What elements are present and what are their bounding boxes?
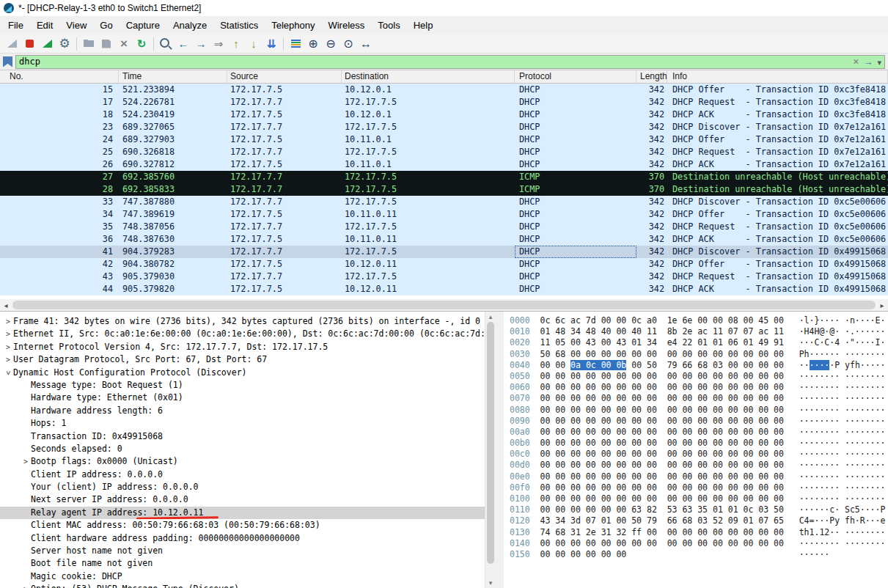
detail-row[interactable]: Boot file name not given <box>0 557 485 570</box>
menu-edit[interactable]: Edit <box>30 18 59 33</box>
packet-row-28[interactable]: 28692.385833172.17.7.7172.17.7.5ICMP370D… <box>0 183 888 196</box>
detail-row[interactable]: >Dynamic Host Configuration Protocol (Di… <box>0 367 485 379</box>
detail-row[interactable]: >Option: (53) DHCP Message Type (Discove… <box>0 583 485 588</box>
scroll-right-arrow-icon[interactable] <box>876 299 888 311</box>
packet-row-23[interactable]: 23689.327065172.17.7.7172.17.7.5DHCP342D… <box>0 121 888 133</box>
detail-row[interactable]: Transaction ID: 0x49915068 <box>0 430 485 443</box>
menu-statistics[interactable]: Statistics <box>213 18 265 33</box>
menu-capture[interactable]: Capture <box>120 18 166 33</box>
packet-row-15[interactable]: 15521.233894172.17.7.510.12.0.1DHCP342DH… <box>0 84 888 96</box>
hex-row-0110[interactable]: 0110 00 00 00 00 00 00 63 82 53 63 35 01… <box>510 504 888 515</box>
detail-row[interactable]: Magic cookie: DHCP <box>0 570 485 583</box>
detail-row[interactable]: >Bootp flags: 0x0000 (Unicast) <box>0 455 485 468</box>
hex-row-0050[interactable]: 0050 00 00 00 00 00 00 00 00 00 00 00 00… <box>510 371 888 382</box>
filter-clear-icon[interactable] <box>853 55 859 68</box>
detail-row[interactable]: Hardware type: Ethernet (0x01) <box>0 392 485 404</box>
go-forward-icon[interactable] <box>192 35 210 53</box>
packet-row-18[interactable]: 18524.230419172.17.7.510.12.0.1DHCP342DH… <box>0 109 888 121</box>
hscrollbar-thumb[interactable] <box>12 301 876 309</box>
column-header-info[interactable]: Info <box>667 70 888 83</box>
expand-arrow-icon[interactable]: > <box>21 583 31 588</box>
hex-row-0000[interactable]: 0000 0c 6c ac 7d 00 00 0c a0 1e 6e 00 00… <box>510 315 888 326</box>
menu-go[interactable]: Go <box>93 18 119 33</box>
packet-row-24[interactable]: 24689.327903172.17.7.510.11.0.1DHCP342DH… <box>0 133 888 146</box>
packet-list-hscrollbar[interactable] <box>0 299 888 311</box>
scroll-left-arrow-icon[interactable] <box>0 299 12 311</box>
packet-row-36[interactable]: 36748.387630172.17.7.510.11.0.11DHCP342D… <box>0 233 888 246</box>
collapse-arrow-icon[interactable]: > <box>1 367 14 378</box>
menu-tools[interactable]: Tools <box>371 18 406 33</box>
scroll-up-arrow-icon[interactable] <box>485 312 496 322</box>
filter-apply-icon[interactable] <box>863 55 873 68</box>
detail-row[interactable]: Seconds elapsed: 0 <box>0 443 485 455</box>
go-back-icon[interactable] <box>175 35 192 53</box>
menu-view[interactable]: View <box>59 18 93 33</box>
hex-row-0130[interactable]: 0130 74 68 31 2e 31 32 ff 00 00 00 00 00… <box>510 527 888 538</box>
packet-row-26[interactable]: 26690.327812172.17.7.510.11.0.1DHCP342DH… <box>0 158 888 171</box>
packet-row-44[interactable]: 44905.379820172.17.7.510.12.0.11DHCP342D… <box>0 283 888 295</box>
column-header-source[interactable]: Source <box>227 70 342 83</box>
menu-help[interactable]: Help <box>407 18 440 33</box>
detail-row[interactable]: Hardware address length: 6 <box>0 405 485 417</box>
hex-row-0080[interactable]: 0080 00 00 00 00 00 00 00 00 00 00 00 00… <box>510 405 888 416</box>
hex-row-00c0[interactable]: 00c0 00 00 00 00 00 00 00 00 00 00 00 00… <box>510 449 888 460</box>
column-header-no[interactable]: No. <box>0 70 119 83</box>
auto-scroll-icon[interactable] <box>263 35 280 53</box>
hex-row-0040[interactable]: 0040 00 00 0a 0c 00 0b 00 50 79 66 68 03… <box>510 360 888 371</box>
capture-restart-icon[interactable] <box>38 35 56 53</box>
zoom-in-icon[interactable] <box>304 35 322 53</box>
display-filter-input[interactable]: dhcp <box>15 55 885 69</box>
detail-row[interactable]: Message type: Boot Request (1) <box>0 379 485 392</box>
find-packet-icon[interactable] <box>157 35 175 53</box>
packet-row-27[interactable]: 27692.385760172.17.7.7172.17.7.5ICMP370D… <box>0 171 888 183</box>
capture-stop-icon[interactable] <box>21 35 38 53</box>
save-file-icon[interactable] <box>98 35 115 53</box>
scroll-down-arrow-icon[interactable] <box>485 578 496 588</box>
detail-row[interactable]: Your (client) IP address: 0.0.0.0 <box>0 481 485 493</box>
packet-row-25[interactable]: 25690.326818172.17.7.7172.17.7.5DHCP342D… <box>0 146 888 158</box>
expand-arrow-icon[interactable]: > <box>3 315 13 328</box>
packet-row-43[interactable]: 43905.379030172.17.7.7172.17.7.5DHCP342D… <box>0 271 888 283</box>
menu-file[interactable]: File <box>1 18 30 33</box>
hex-row-0030[interactable]: 0030 50 68 00 00 00 00 00 00 00 00 00 00… <box>510 349 888 360</box>
expand-arrow-icon[interactable]: > <box>3 341 13 353</box>
column-header-destination[interactable]: Destination <box>342 70 515 83</box>
details-vscrollbar[interactable] <box>485 312 495 588</box>
zoom-reset-icon[interactable] <box>340 35 357 53</box>
hex-row-0150[interactable]: 0150 00 00 00 00 00 00 ······ <box>510 549 888 560</box>
column-header-time[interactable]: Time <box>119 70 227 83</box>
packet-row-42[interactable]: 42904.380782172.17.7.510.12.0.11DHCP342D… <box>0 258 888 271</box>
hex-row-0100[interactable]: 0100 00 00 00 00 00 00 00 00 00 00 00 00… <box>510 493 888 504</box>
resize-columns-icon[interactable] <box>357 35 375 53</box>
go-to-packet-icon[interactable] <box>210 35 227 53</box>
packet-row-34[interactable]: 34747.389619172.17.7.510.11.0.11DHCP342D… <box>0 208 888 221</box>
zoom-out-icon[interactable] <box>322 35 340 53</box>
close-file-icon[interactable] <box>115 35 133 53</box>
detail-row[interactable]: >Ethernet II, Src: 0c:a0:1e:6e:00:00 (0c… <box>0 328 485 340</box>
go-first-icon[interactable] <box>227 35 245 53</box>
expand-arrow-icon[interactable]: > <box>3 353 13 366</box>
hex-row-0120[interactable]: 0120 43 34 3d 07 01 00 50 79 66 68 03 52… <box>510 515 888 526</box>
hex-row-0060[interactable]: 0060 00 00 00 00 00 00 00 00 00 00 00 00… <box>510 382 888 393</box>
hex-row-00e0[interactable]: 00e0 00 00 00 00 00 00 00 00 00 00 00 00… <box>510 471 888 482</box>
expand-arrow-icon[interactable]: > <box>3 328 13 340</box>
capture-options-icon[interactable] <box>56 35 73 53</box>
hex-row-0070[interactable]: 0070 00 00 00 00 00 00 00 00 00 00 00 00… <box>510 393 888 404</box>
detail-row[interactable]: Relay agent IP address: 10.12.0.11 <box>0 507 485 519</box>
menu-wireless[interactable]: Wireless <box>321 18 371 33</box>
hex-row-00d0[interactable]: 00d0 00 00 00 00 00 00 00 00 00 00 00 00… <box>510 460 888 471</box>
expand-arrow-icon[interactable]: > <box>21 455 31 468</box>
hex-row-0090[interactable]: 0090 00 00 00 00 00 00 00 00 00 00 00 00… <box>510 416 888 427</box>
hex-row-0140[interactable]: 0140 00 00 00 00 00 00 00 00 00 00 00 00… <box>510 538 888 549</box>
detail-row[interactable]: >Internet Protocol Version 4, Src: 172.1… <box>0 341 485 353</box>
menu-telephony[interactable]: Telephony <box>265 18 321 33</box>
colorize-icon[interactable] <box>287 35 304 53</box>
packet-row-35[interactable]: 35748.387056172.17.7.7172.17.7.5DHCP342D… <box>0 221 888 233</box>
vscrollbar-thumb[interactable] <box>487 322 494 564</box>
detail-row[interactable]: >User Datagram Protocol, Src Port: 67, D… <box>0 353 485 366</box>
menu-analyze[interactable]: Analyze <box>166 18 213 33</box>
capture-start-icon[interactable] <box>3 35 21 53</box>
detail-row[interactable]: Client IP address: 0.0.0.0 <box>0 468 485 481</box>
hex-row-00a0[interactable]: 00a0 00 00 00 00 00 00 00 00 00 00 00 00… <box>510 427 888 438</box>
filter-dropdown-icon[interactable] <box>877 55 881 68</box>
